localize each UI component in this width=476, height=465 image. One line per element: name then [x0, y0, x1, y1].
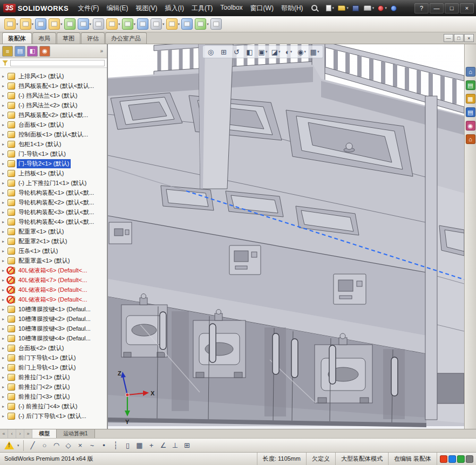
menu-item[interactable]: 文件(F) [74, 2, 103, 15]
toolbar-button[interactable] [137, 18, 149, 30]
expand-arrow-icon[interactable]: ▸ [2, 190, 8, 195]
tree-item[interactable]: ▸ 40L储液箱<9>(Default<... [0, 295, 107, 304]
document-window-control-button[interactable]: — [444, 34, 453, 42]
tray-icon[interactable] [448, 455, 456, 463]
tree-item[interactable]: ▸ 配重罩盖<1>(默认) [0, 256, 107, 265]
view-tool-icon[interactable]: ▦▾ [309, 46, 321, 57]
sketch-tool-icon[interactable]: ○ [39, 440, 50, 451]
tab-nav-button[interactable]: « [0, 429, 8, 438]
command-tab[interactable]: 办公室产品 [105, 32, 147, 44]
expand-arrow-icon[interactable]: ▸ [2, 113, 8, 118]
expand-arrow-icon[interactable]: ▸ [2, 346, 8, 351]
toolbar-button[interactable] [35, 18, 47, 30]
tree-item[interactable]: ▸ 导轮机构装配<3>(默认<默... [0, 207, 107, 217]
tree-item[interactable]: ▸ 前门下导轨<1>(默认) [0, 353, 107, 363]
expand-arrow-icon[interactable]: ▸ [2, 84, 8, 88]
warning-icon[interactable] [4, 441, 14, 449]
model-sink-tray-4[interactable] [161, 186, 214, 210]
sketch-tool-icon[interactable]: ⊥ [170, 440, 181, 451]
quick-access-icon[interactable] [389, 3, 399, 13]
toolbar-button[interactable]: ▾ [166, 18, 180, 30]
sketch-tool-icon[interactable]: ⊞ [182, 440, 193, 451]
expand-arrow-icon[interactable]: ▸ [2, 103, 8, 108]
tree-item[interactable]: ▸ 前推拉门<3>(默认) [0, 392, 107, 401]
model-sink-tray-1[interactable] [111, 93, 182, 129]
panel-tab-icon[interactable]: ◉ [39, 46, 50, 57]
tree-item[interactable]: ▸ 挡风板装配<2>(默认<默... [0, 110, 107, 120]
quick-access-icon[interactable]: ▾ [336, 3, 350, 13]
tree-item[interactable]: ▸ 台面板<2>(默认) [0, 343, 107, 353]
tree-item[interactable]: ▸ 上挡板<1>(默认) [0, 168, 107, 178]
tree-item[interactable]: ▸ 导轮机构装配<1>(默认<默... [0, 188, 107, 197]
menu-item[interactable]: Toolbox [216, 2, 246, 15]
tree-item[interactable]: ▸ 挡风板装配<1>(默认<默认... [0, 81, 107, 91]
quick-access-icon[interactable]: ▾ [376, 3, 389, 13]
expand-arrow-icon[interactable]: ▸ [2, 307, 8, 312]
panel-tab-icon[interactable]: ▤ [15, 46, 25, 57]
expand-arrow-icon[interactable]: ▸ [2, 74, 8, 79]
expand-arrow-icon[interactable]: ▸ [2, 365, 8, 370]
model-right-box[interactable] [436, 373, 464, 404]
tree-item[interactable]: ▸ 压条<1>(默认) [0, 246, 107, 256]
model-outlet-box-1[interactable] [109, 222, 132, 244]
tree-item[interactable]: ▸ 门-导轨<1>(默认) [0, 149, 107, 159]
expand-arrow-icon[interactable]: ▸ [2, 239, 8, 244]
expand-arrow-icon[interactable]: ▸ [2, 122, 8, 127]
expand-arrow-icon[interactable]: ▸ [2, 152, 8, 156]
sketch-tool-icon[interactable]: × [75, 440, 86, 451]
expand-arrow-icon[interactable]: ▸ [2, 200, 8, 205]
tree-item[interactable]: ▸ (-) 挡风法兰<1>(默认) [0, 91, 107, 100]
expand-arrow-icon[interactable]: ▸ [2, 258, 8, 263]
tree-filter-input[interactable] [10, 60, 105, 66]
expand-arrow-icon[interactable]: ▸ [2, 210, 8, 215]
search-icon[interactable] [310, 4, 319, 12]
toolbar-button[interactable] [210, 18, 222, 30]
toolbar-button[interactable] [93, 18, 105, 30]
task-pane-icon[interactable]: ⌂ [466, 67, 475, 77]
tree-item[interactable]: ▸ 前门上导轨<1>(默认) [0, 363, 107, 372]
command-tab[interactable]: 评估 [81, 32, 105, 44]
model-outlet-box-3[interactable] [334, 274, 366, 304]
model-canvas[interactable]: Z X Y [108, 44, 464, 429]
command-tab[interactable]: 布局 [32, 32, 56, 44]
warning-dropdown-icon[interactable]: ▾ [17, 443, 19, 448]
tree-item[interactable]: ▸ 包柜1<1>(默认) [0, 139, 107, 149]
sketch-tool-icon[interactable]: ▯ [123, 440, 133, 451]
tray-icon[interactable] [440, 455, 447, 463]
expand-arrow-icon[interactable]: ▸ [2, 385, 8, 389]
expand-arrow-icon[interactable]: ▸ [2, 326, 8, 331]
study-tab[interactable]: 运动算例1 [57, 429, 95, 438]
document-window-control-button[interactable]: □ [454, 34, 464, 42]
model-door-handle-1[interactable] [160, 312, 166, 350]
tree-item[interactable]: ▸ 10槽薄膜按键<2>(Defaul... [0, 314, 107, 324]
toolbar-button[interactable]: ▾ [78, 18, 92, 30]
menu-item[interactable]: 窗口(W) [247, 2, 277, 15]
toolbar-button[interactable]: ▾ [151, 18, 165, 30]
view-tool-icon[interactable]: ◧ [244, 46, 256, 57]
expand-arrow-icon[interactable]: ▸ [2, 142, 8, 147]
tab-nav-button[interactable]: » [24, 429, 32, 438]
task-pane-icon[interactable]: ▦ [466, 94, 475, 104]
toolbar-button[interactable]: ▾ [49, 18, 63, 30]
tree-item[interactable]: ▸ (-) 上下推拉门1<1>(默认) [0, 178, 107, 188]
expand-arrow-icon[interactable]: ▸ [2, 404, 8, 409]
expand-arrow-icon[interactable]: ▸ [2, 336, 8, 341]
tree-item[interactable]: ▸ 40L储液箱<8>(Default<... [0, 285, 107, 295]
command-tab[interactable]: 装配体 [2, 32, 32, 44]
expand-arrow-icon[interactable]: ▸ [2, 249, 8, 254]
expand-arrow-icon[interactable]: ▸ [2, 394, 8, 399]
view-tool-icon[interactable]: ◎ [205, 46, 217, 57]
window-control-button[interactable]: ? [414, 3, 429, 13]
tree-item[interactable]: ▸ 导轮机构装配<4>(默认<默... [0, 217, 107, 227]
command-tab[interactable]: 草图 [57, 32, 80, 44]
tree-item[interactable]: ▸ 10槽薄膜按键<3>(Defaul... [0, 324, 107, 333]
expand-arrow-icon[interactable]: ▸ [2, 220, 8, 224]
task-pane-icon[interactable]: ◉ [466, 121, 475, 131]
tree-item[interactable]: ▸ 前推拉门<2>(默认) [0, 382, 107, 392]
quick-access-icon[interactable]: ▾ [324, 3, 336, 13]
tray-icon[interactable] [466, 455, 473, 463]
menu-item[interactable]: 插入(I) [161, 2, 188, 15]
model-door-handle-4[interactable] [291, 339, 298, 378]
view-tool-icon[interactable]: ◉▾ [296, 46, 308, 57]
sketch-tool-icon[interactable]: ~ [87, 440, 98, 451]
